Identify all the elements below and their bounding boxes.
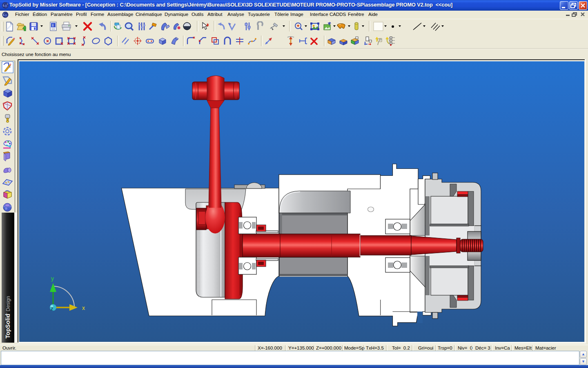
svg-text:P: P — [379, 38, 381, 42]
svg-text:x: x — [82, 305, 85, 311]
svg-text:z: z — [51, 305, 53, 312]
svg-text:y: y — [51, 275, 54, 282]
svg-text:i: i — [52, 23, 53, 27]
